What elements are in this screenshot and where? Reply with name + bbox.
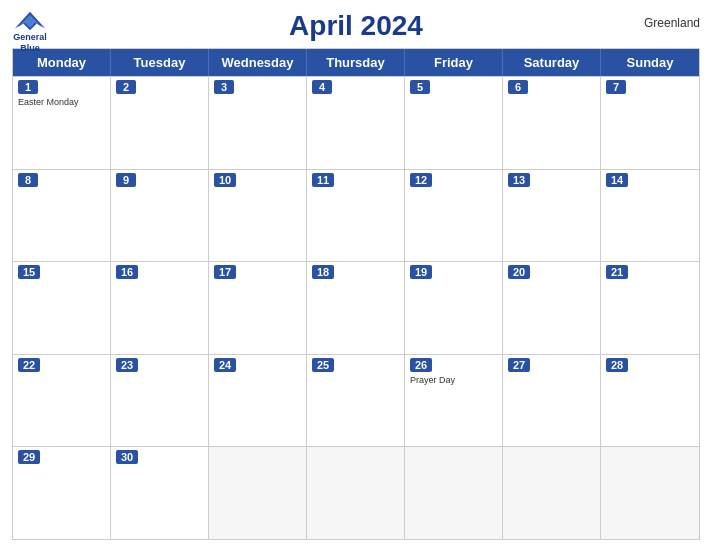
day-number-24: 24 [214, 358, 236, 372]
weekday-sunday: Sunday [601, 49, 699, 76]
cal-cell-3-1: 23 [111, 355, 209, 447]
logo-general: General [13, 32, 47, 43]
cal-cell-4-1: 30 [111, 447, 209, 539]
day-number-13: 13 [508, 173, 530, 187]
day-number-6: 6 [508, 80, 528, 94]
day-number-8: 8 [18, 173, 38, 187]
day-number-4: 4 [312, 80, 332, 94]
day-number-20: 20 [508, 265, 530, 279]
day-number-14: 14 [606, 173, 628, 187]
cal-cell-4-3 [307, 447, 405, 539]
logo-blue: Blue [20, 43, 40, 54]
region-label: Greenland [644, 16, 700, 30]
calendar: Monday Tuesday Wednesday Thursday Friday… [12, 48, 700, 540]
cal-cell-0-6: 7 [601, 77, 699, 169]
cal-cell-0-3: 4 [307, 77, 405, 169]
holiday-26: Prayer Day [410, 375, 497, 385]
day-number-17: 17 [214, 265, 236, 279]
cal-cell-0-1: 2 [111, 77, 209, 169]
day-number-9: 9 [116, 173, 136, 187]
day-number-18: 18 [312, 265, 334, 279]
cal-cell-2-4: 19 [405, 262, 503, 354]
calendar-header: Monday Tuesday Wednesday Thursday Friday… [13, 49, 699, 76]
day-number-7: 7 [606, 80, 626, 94]
cal-cell-1-3: 11 [307, 170, 405, 262]
weekday-wednesday: Wednesday [209, 49, 307, 76]
calendar-row-0: 1Easter Monday234567 [13, 76, 699, 169]
weekday-saturday: Saturday [503, 49, 601, 76]
weekday-tuesday: Tuesday [111, 49, 209, 76]
cal-cell-0-5: 6 [503, 77, 601, 169]
cal-cell-3-0: 22 [13, 355, 111, 447]
day-number-23: 23 [116, 358, 138, 372]
day-number-10: 10 [214, 173, 236, 187]
cal-cell-2-1: 16 [111, 262, 209, 354]
cal-cell-0-4: 5 [405, 77, 503, 169]
cal-cell-2-5: 20 [503, 262, 601, 354]
cal-cell-3-4: 26Prayer Day [405, 355, 503, 447]
cal-cell-1-2: 10 [209, 170, 307, 262]
cal-cell-4-5 [503, 447, 601, 539]
day-number-12: 12 [410, 173, 432, 187]
day-number-2: 2 [116, 80, 136, 94]
day-number-11: 11 [312, 173, 334, 187]
cal-cell-0-2: 3 [209, 77, 307, 169]
day-number-3: 3 [214, 80, 234, 94]
cal-cell-4-4 [405, 447, 503, 539]
day-number-15: 15 [18, 265, 40, 279]
header: General Blue April 2024 Greenland [12, 10, 700, 42]
cal-cell-2-0: 15 [13, 262, 111, 354]
day-number-25: 25 [312, 358, 334, 372]
cal-cell-1-6: 14 [601, 170, 699, 262]
cal-cell-1-1: 9 [111, 170, 209, 262]
cal-cell-3-2: 24 [209, 355, 307, 447]
cal-cell-2-3: 18 [307, 262, 405, 354]
cal-cell-0-0: 1Easter Monday [13, 77, 111, 169]
calendar-row-1: 891011121314 [13, 169, 699, 262]
day-number-26: 26 [410, 358, 432, 372]
cal-cell-1-0: 8 [13, 170, 111, 262]
cal-cell-3-3: 25 [307, 355, 405, 447]
calendar-title: April 2024 [289, 10, 423, 42]
day-number-22: 22 [18, 358, 40, 372]
cal-cell-1-5: 13 [503, 170, 601, 262]
weekday-thursday: Thursday [307, 49, 405, 76]
day-number-27: 27 [508, 358, 530, 372]
cal-cell-4-6 [601, 447, 699, 539]
day-number-30: 30 [116, 450, 138, 464]
day-number-21: 21 [606, 265, 628, 279]
day-number-1: 1 [18, 80, 38, 94]
page: General Blue April 2024 Greenland Monday… [0, 0, 712, 550]
cal-cell-2-6: 21 [601, 262, 699, 354]
cal-cell-3-5: 27 [503, 355, 601, 447]
weekday-friday: Friday [405, 49, 503, 76]
holiday-1: Easter Monday [18, 97, 105, 107]
cal-cell-3-6: 28 [601, 355, 699, 447]
day-number-5: 5 [410, 80, 430, 94]
calendar-row-2: 15161718192021 [13, 261, 699, 354]
day-number-29: 29 [18, 450, 40, 464]
day-number-16: 16 [116, 265, 138, 279]
day-number-28: 28 [606, 358, 628, 372]
logo: General Blue [12, 10, 48, 54]
logo-icon [12, 10, 48, 32]
cal-cell-4-0: 29 [13, 447, 111, 539]
cal-cell-1-4: 12 [405, 170, 503, 262]
cal-cell-2-2: 17 [209, 262, 307, 354]
calendar-body: 1Easter Monday23456789101112131415161718… [13, 76, 699, 539]
day-number-19: 19 [410, 265, 432, 279]
cal-cell-4-2 [209, 447, 307, 539]
calendar-row-3: 2223242526Prayer Day2728 [13, 354, 699, 447]
calendar-row-4: 2930 [13, 446, 699, 539]
